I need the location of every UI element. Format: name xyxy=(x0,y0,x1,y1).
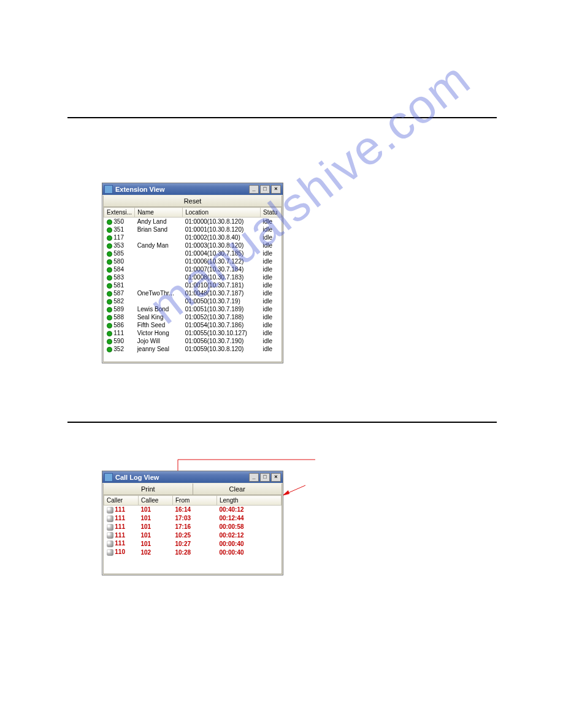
cell-ext: 586 xyxy=(113,322,124,328)
annotation-arrow-diagonal xyxy=(282,484,307,496)
cell-name: Fifth Seed xyxy=(135,321,183,329)
cell-name: Lewis Bond xyxy=(135,305,183,313)
cell-ext: 582 xyxy=(113,298,124,305)
clear-button[interactable]: Clear xyxy=(193,483,282,495)
table-row[interactable]: 11110110:2500:02:12 xyxy=(104,531,282,540)
table-row[interactable]: 58001:0006(10.30.7.122)idle xyxy=(104,257,282,265)
cell-name: Brian Sand xyxy=(135,226,183,233)
status-dot-icon xyxy=(107,323,112,328)
cell-location: 01:0004(10.30.7.185) xyxy=(183,249,261,257)
cell-callee: 101 xyxy=(139,539,173,548)
cell-name: jeanny Seal xyxy=(135,345,183,353)
table-row[interactable]: 58301:0008(10.30.7.183)idle xyxy=(104,273,282,281)
call-log-table[interactable]: Caller Callee From Length 11110116:1400:… xyxy=(104,495,282,556)
cell-status: idle xyxy=(261,265,282,273)
col-extension[interactable]: Extensi... xyxy=(104,208,135,218)
table-row[interactable]: 58201:0050(10.30.7.19)idle xyxy=(104,297,282,305)
cell-status: idle xyxy=(261,305,282,313)
cell-location: 01:0008(10.30.7.183) xyxy=(183,273,261,281)
cell-name xyxy=(135,281,183,289)
col-from[interactable]: From xyxy=(173,496,217,506)
status-dot-icon xyxy=(107,219,112,225)
cell-length: 00:02:12 xyxy=(217,531,282,540)
app-icon xyxy=(104,185,113,194)
table-row[interactable]: 11110116:1400:40:12 xyxy=(104,506,282,514)
cell-status: idle xyxy=(261,241,282,249)
table-row[interactable]: 590Jojo Will01:0056(10.30.7.190)idle xyxy=(104,337,282,345)
extension-table[interactable]: Extensi... Name Location Statu 350Andy L… xyxy=(104,207,282,353)
table-row[interactable]: 11110110:2700:00:40 xyxy=(104,539,282,548)
status-dot-icon xyxy=(107,251,112,257)
cell-caller: 111 xyxy=(115,523,125,530)
window-title: Extension View xyxy=(115,186,249,193)
cell-status: idle xyxy=(261,249,282,257)
minimize-button[interactable]: _ xyxy=(249,185,259,194)
cell-name xyxy=(135,297,183,305)
cell-status: idle xyxy=(261,257,282,265)
col-name[interactable]: Name xyxy=(135,208,183,218)
close-button[interactable]: × xyxy=(271,473,281,482)
cell-length: 00:00:58 xyxy=(217,523,282,531)
table-row[interactable]: 111Victor Hong01:0055(10.30.10.127)idle xyxy=(104,329,282,337)
table-row[interactable]: 11110117:0300:12:44 xyxy=(104,514,282,523)
cell-from: 17:16 xyxy=(173,523,217,531)
table-row[interactable]: 587OneTwoThr...01:0048(10.30.7.187)idle xyxy=(104,289,282,297)
cell-ext: 351 xyxy=(113,226,124,233)
table-row[interactable]: 58401:0007(10.30.7.184)idle xyxy=(104,265,282,273)
cell-ext: 584 xyxy=(113,266,124,273)
table-row[interactable]: 58501:0004(10.30.7.185)idle xyxy=(104,249,282,257)
cell-callee: 101 xyxy=(139,531,173,540)
maximize-button[interactable]: □ xyxy=(260,185,270,194)
col-length[interactable]: Length xyxy=(217,496,282,506)
cell-location: 01:0001(10.30.8.120) xyxy=(183,226,261,233)
horizontal-rule xyxy=(67,422,497,423)
cell-name xyxy=(135,257,183,265)
table-row[interactable]: 589Lewis Bond01:0051(10.30.7.189)idle xyxy=(104,305,282,313)
cell-location: 01:0002(10.30.8.40) xyxy=(183,233,261,241)
table-row[interactable]: 588Seal King01:0052(10.30.7.188)idle xyxy=(104,313,282,321)
call-log-titlebar[interactable]: Call Log View _ □ × xyxy=(102,471,283,483)
cell-location: 01:0051(10.30.7.189) xyxy=(183,305,261,313)
phone-icon xyxy=(107,515,113,522)
cell-status: idle xyxy=(261,289,282,297)
col-caller[interactable]: Caller xyxy=(104,496,139,506)
maximize-button[interactable]: □ xyxy=(260,473,270,482)
col-status[interactable]: Statu xyxy=(261,208,282,218)
cell-from: 10:28 xyxy=(173,548,217,556)
status-dot-icon xyxy=(107,291,112,297)
svg-line-3 xyxy=(286,485,305,494)
col-callee[interactable]: Callee xyxy=(139,496,173,506)
table-row[interactable]: 11110117:1600:00:58 xyxy=(104,523,282,531)
cell-status: idle xyxy=(261,329,282,337)
cell-status: idle xyxy=(261,218,282,226)
table-row[interactable]: 11701:0002(10.30.8.40)idle xyxy=(104,233,282,241)
cell-callee: 102 xyxy=(139,548,173,556)
table-row[interactable]: 353Candy Man01:0003(10.30.8.120)idle xyxy=(104,241,282,249)
status-dot-icon xyxy=(107,331,112,336)
table-row[interactable]: 58101:0010(10.30.7.181)idle xyxy=(104,281,282,289)
table-row[interactable]: 352jeanny Seal01:0059(10.30.8.120)idle xyxy=(104,345,282,353)
table-row[interactable]: 350Andy Land01:0000(10.30.8.120)idle xyxy=(104,218,282,226)
status-dot-icon xyxy=(107,235,112,241)
cell-ext: 111 xyxy=(113,330,124,336)
cell-ext: 585 xyxy=(113,250,124,257)
cell-caller: 111 xyxy=(115,515,125,521)
print-button[interactable]: Print xyxy=(104,483,193,495)
status-dot-icon xyxy=(107,283,112,289)
extension-view-titlebar[interactable]: Extension View _ □ × xyxy=(102,183,283,195)
table-row[interactable]: 586Fifth Seed01:0054(10.30.7.186)idle xyxy=(104,321,282,329)
cell-location: 01:0054(10.30.7.186) xyxy=(183,321,261,329)
cell-location: 01:0052(10.30.7.188) xyxy=(183,313,261,321)
cell-ext: 581 xyxy=(113,282,124,289)
close-button[interactable]: × xyxy=(271,185,281,194)
minimize-button[interactable]: _ xyxy=(249,473,259,482)
cell-length: 00:40:12 xyxy=(217,506,282,514)
table-row[interactable]: 351Brian Sand01:0001(10.30.8.120)idle xyxy=(104,226,282,233)
cell-status: idle xyxy=(261,226,282,233)
table-row[interactable]: 11010210:2800:00:40 xyxy=(104,548,282,556)
cell-callee: 101 xyxy=(139,514,173,523)
col-location[interactable]: Location xyxy=(183,208,261,218)
cell-ext: 352 xyxy=(113,346,124,352)
reset-button[interactable]: Reset xyxy=(104,195,282,207)
cell-status: idle xyxy=(261,337,282,345)
